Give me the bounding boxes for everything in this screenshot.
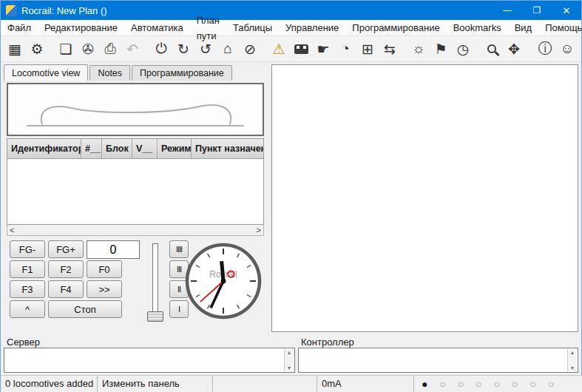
emergency-stop-icon[interactable]: ⊘ <box>239 38 261 60</box>
window-title: Rocrail: New Plan () <box>21 5 493 16</box>
col-block[interactable]: Блок <box>102 139 132 159</box>
stop-button[interactable]: Стоп <box>48 300 122 318</box>
server-label: Сервер <box>7 337 40 348</box>
locomotive-table-header: Идентификатор #__ Блок V__ Режим Пункт н… <box>7 139 263 159</box>
locomotive-table: Идентификатор #__ Блок V__ Режим Пункт н… <box>7 138 264 225</box>
menu-help[interactable]: Помощь <box>538 20 582 36</box>
print-icon[interactable]: ⎙ <box>99 38 121 60</box>
daynight-icon[interactable]: ☼ <box>407 38 430 60</box>
col-number[interactable]: #__ <box>81 139 102 159</box>
indicator-dot: ○ <box>548 378 558 390</box>
flags-icon[interactable]: ⚑ <box>430 38 452 60</box>
train-glyph <box>294 44 308 54</box>
workspace-icon[interactable]: ▦ <box>4 38 26 60</box>
close-button[interactable]: ✕ <box>552 1 581 20</box>
menu-file[interactable]: Файл <box>1 20 38 36</box>
indicator-dot: ○ <box>458 378 468 390</box>
menu-bookmarks[interactable]: Bookmarks <box>447 20 508 36</box>
menu-tables[interactable]: Таблицы <box>226 20 279 36</box>
f2-button[interactable]: F2 <box>48 260 84 278</box>
col-mode[interactable]: Режим <box>158 139 192 159</box>
tab-programming[interactable]: Программирование <box>132 65 232 81</box>
hour-hand <box>222 261 223 281</box>
col-identifier[interactable]: Идентификатор <box>7 139 81 159</box>
app-icon <box>6 5 17 16</box>
col-destination[interactable]: Пункт назначен <box>192 139 263 159</box>
speedometer-icon[interactable]: ◔ <box>334 38 356 60</box>
f1-button[interactable]: F1 <box>10 260 45 278</box>
analog-clock: Rocrail <box>184 242 263 320</box>
open-icon[interactable]: ❏ <box>55 38 77 60</box>
locomotive-panel: Locomotive view Notes Программирование И… <box>4 64 268 334</box>
speed-input[interactable] <box>87 240 140 259</box>
home-icon[interactable]: ⌂ <box>217 38 239 60</box>
locomotive-icon[interactable] <box>290 38 312 60</box>
menubar: Файл Редактирование Автоматика План пути… <box>1 20 581 36</box>
f3-button[interactable]: F3 <box>10 280 45 298</box>
main-area: Locomotive view Notes Программирование И… <box>1 63 582 335</box>
scroll-down-icon[interactable]: ▼ <box>570 365 575 371</box>
titlebar: Rocrail: New Plan () — ❐ ✕ <box>1 1 581 20</box>
switches-icon[interactable]: ⇆ <box>379 38 401 60</box>
indicator-dot: ○ <box>512 378 522 390</box>
controller-label: Контроллер <box>301 337 354 348</box>
zoom-icon[interactable] <box>481 38 503 60</box>
clock-icon[interactable]: ◷ <box>452 38 474 60</box>
menu-control[interactable]: Управление <box>279 20 345 36</box>
slider-handle[interactable] <box>147 311 163 322</box>
table-horizontal-scrollbar[interactable]: < > <box>7 225 264 236</box>
consoles: Сервер ▲ ▼ Контроллер ▲ ▼ <box>1 335 582 375</box>
direction-button[interactable]: ^ <box>10 300 45 318</box>
track-plan-canvas[interactable] <box>271 64 578 332</box>
panel-tabs: Locomotive view Notes Программирование <box>4 64 268 81</box>
fg-plus-button[interactable]: FG+ <box>48 240 84 258</box>
tab-notes[interactable]: Notes <box>89 65 130 81</box>
indicator-dot: ○ <box>476 378 486 390</box>
menu-automation[interactable]: Автоматика <box>124 20 190 36</box>
server-console[interactable]: ▲ ▼ <box>4 348 295 373</box>
menu-view[interactable]: Вид <box>508 20 539 36</box>
scroll-down-icon[interactable]: ▼ <box>287 365 292 371</box>
indicator-dot: ○ <box>529 378 540 390</box>
undo-icon[interactable]: ↶ <box>121 38 143 60</box>
menu-programming[interactable]: Программирование <box>345 20 446 36</box>
help-icon[interactable]: ☺ <box>556 38 578 60</box>
server-console-scrollbar[interactable]: ▲ ▼ <box>284 349 294 371</box>
fg-minus-button[interactable]: FG- <box>10 240 45 258</box>
refresh-icon[interactable]: ↻ <box>172 38 194 60</box>
f0-button[interactable]: F0 <box>87 260 122 278</box>
f4-button[interactable]: F4 <box>48 280 84 298</box>
statusbar-indicators: ● ○ ○ ○ ○ ○ ○ ○ <box>414 376 582 392</box>
scroll-up-icon[interactable]: ▲ <box>570 349 575 356</box>
scroll-up-icon[interactable]: ▲ <box>287 349 292 356</box>
throttle-controls: FG- FG+ F1 F2 F0 F3 F4 >> ^ Стоп IIII II… <box>7 240 264 331</box>
save-icon[interactable]: ✇ <box>77 38 99 60</box>
power-icon[interactable]: ⏻ <box>150 38 172 60</box>
info-icon[interactable]: ⓘ <box>534 38 556 60</box>
controller-console-scrollbar[interactable]: ▲ ▼ <box>567 349 577 371</box>
tab-locomotive-view[interactable]: Locomotive view <box>4 64 88 81</box>
reset-icon[interactable]: ↺ <box>194 38 217 60</box>
clock-hub <box>221 279 226 284</box>
toolbar: ▦ ⚙ ❏ ✇ ⎙ ↶ ⏻ ↻ ↺ ⌂ ⊘ ⚠ ☛ ◔ ⊞ ⇆ ☼ ⚑ ◷ ✥ … <box>1 36 581 62</box>
routes-icon[interactable]: ⊞ <box>356 38 379 60</box>
properties-icon[interactable]: ⚙ <box>26 38 48 60</box>
locomotive-table-body[interactable] <box>7 159 263 224</box>
controller-console[interactable]: ▲ ▼ <box>298 348 578 373</box>
speed-slider[interactable] <box>144 242 166 325</box>
warning-icon[interactable]: ⚠ <box>268 38 290 60</box>
maximize-button[interactable]: ❐ <box>522 1 552 20</box>
col-speed[interactable]: V__ <box>132 139 158 159</box>
locomotive-image <box>7 83 264 136</box>
throttle-icon[interactable]: ☛ <box>312 38 334 60</box>
magnifier-glyph <box>487 44 496 53</box>
scroll-right-icon[interactable]: > <box>257 226 261 235</box>
fullscreen-icon[interactable]: ✥ <box>503 38 525 60</box>
function-shift-button[interactable]: >> <box>87 280 122 298</box>
indicator-dot: ○ <box>439 378 450 390</box>
minimize-button[interactable]: — <box>493 1 522 20</box>
locomotive-sketch <box>8 84 263 135</box>
statusbar-locomotives: 0 locomotives added <box>1 376 98 392</box>
menu-edit[interactable]: Редактирование <box>38 20 124 36</box>
scroll-left-icon[interactable]: < <box>10 226 14 235</box>
